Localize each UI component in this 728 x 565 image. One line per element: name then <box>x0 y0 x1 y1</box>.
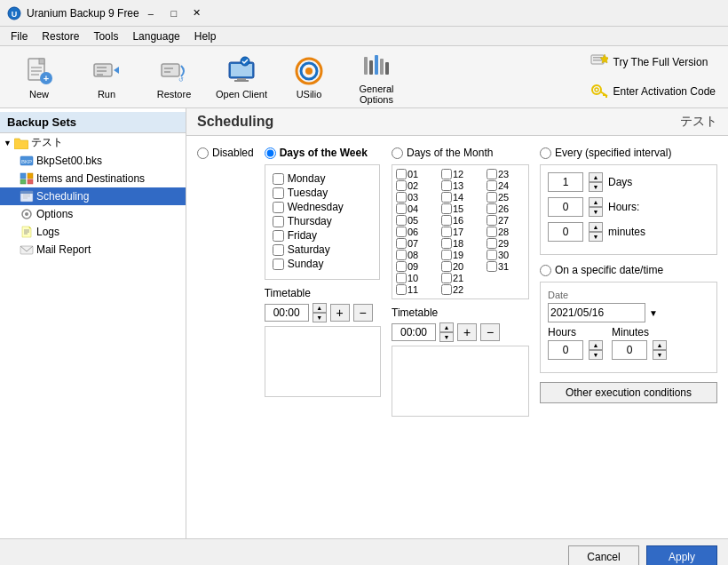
toolbar-usilio[interactable]: USilio <box>277 51 341 104</box>
every-radio[interactable] <box>540 147 551 159</box>
interval-days-down[interactable]: ▼ <box>589 182 603 192</box>
days-of-week-radio[interactable] <box>265 147 276 159</box>
openclient-icon <box>226 55 257 87</box>
other-conditions-button[interactable]: Other execution conditions <box>540 382 717 403</box>
timetable-dow-time-input[interactable] <box>265 304 309 322</box>
svg-rect-17 <box>164 71 170 73</box>
specific-radio[interactable] <box>540 265 551 276</box>
sidebar-item-logs[interactable]: Logs <box>0 223 186 241</box>
interval-hours-input[interactable] <box>548 197 583 217</box>
timetable-dow-remove[interactable]: − <box>353 304 373 322</box>
svg-rect-12 <box>97 70 107 72</box>
days-of-week-radio-label[interactable]: Days of the Week <box>265 147 381 159</box>
sidebar-item-test-root[interactable]: ▼ テスト <box>0 133 186 152</box>
timetable-dow-spin-down[interactable]: ▼ <box>313 313 327 322</box>
minimize-button[interactable]: – <box>139 4 162 22</box>
menu-file[interactable]: File <box>4 28 35 44</box>
toolbar-run[interactable]: Run <box>75 51 138 104</box>
every-radio-label[interactable]: Every (specified interval) <box>540 147 717 159</box>
timetable-dom-time-input[interactable] <box>392 323 436 341</box>
sidebar-item-bkpset[interactable]: BKP BkpSet00.bks <box>0 152 186 170</box>
interval-hours-up[interactable]: ▲ <box>589 197 603 207</box>
specific-minutes-up[interactable]: ▲ <box>653 340 667 350</box>
svg-text:+: + <box>44 73 49 84</box>
checkbox-thursday[interactable] <box>273 216 284 227</box>
day-thursday-label: Thursday <box>288 215 332 227</box>
apply-button[interactable]: Apply <box>646 545 717 566</box>
timetable-dow-spinner: ▲ ▼ <box>313 303 327 322</box>
checkbox-sunday[interactable] <box>273 259 284 270</box>
generaloptions-icon <box>360 50 392 82</box>
collapse-icon: ▼ <box>4 139 12 147</box>
checkbox-tuesday[interactable] <box>273 187 284 199</box>
sidebar-item-options[interactable]: Options <box>0 205 186 223</box>
activation-code-button[interactable]: Enter Activation Code <box>585 79 721 105</box>
cancel-button[interactable]: Cancel <box>568 545 639 566</box>
days-of-month-section: Days of the Month 01 02 03 04 05 06 <box>392 147 529 417</box>
sidebar-item-mailreport[interactable]: Mail Report <box>0 241 186 259</box>
toolbar-openclient[interactable]: Open Client <box>210 51 273 104</box>
timetable-dom-list <box>392 346 529 417</box>
timetable-dow-spin-up[interactable]: ▲ <box>313 303 327 313</box>
checkbox-friday[interactable] <box>273 230 284 242</box>
svg-point-35 <box>592 85 601 94</box>
dom-04: 04 <box>396 203 440 214</box>
menu-help[interactable]: Help <box>187 28 224 44</box>
svg-rect-26 <box>364 57 368 75</box>
days-of-month-label: Days of the Month <box>407 147 493 159</box>
timetable-dom-spin-down[interactable]: ▼ <box>439 332 454 342</box>
interval-minutes-down[interactable]: ▼ <box>589 232 603 242</box>
disabled-radio[interactable] <box>197 147 209 159</box>
specific-radio-label[interactable]: On a specific date/time <box>540 264 717 276</box>
checkbox-monday[interactable] <box>273 173 284 185</box>
sidebar-item-items-destinations[interactable]: Items and Destinations <box>0 170 186 187</box>
timetable-dom-controls: ▲ ▼ + − <box>392 322 529 342</box>
logs-icon <box>20 225 34 239</box>
restore-icon: ↺ <box>158 55 190 87</box>
days-of-month-radio[interactable] <box>392 147 403 159</box>
interval-hours-spinner: ▲ ▼ <box>589 197 603 217</box>
date-dropdown-btn[interactable]: ▼ <box>649 308 658 318</box>
interval-minutes-up[interactable]: ▲ <box>589 222 603 232</box>
maximize-button[interactable]: □ <box>162 4 186 22</box>
toolbar: + New Run ↺ Restore <box>0 46 728 108</box>
svg-point-25 <box>305 68 313 75</box>
date-input[interactable] <box>548 303 645 322</box>
checkbox-saturday[interactable] <box>273 244 284 256</box>
svg-marker-10 <box>114 67 119 74</box>
interval-minutes-input[interactable] <box>548 222 583 242</box>
interval-days-input[interactable] <box>548 172 583 192</box>
minutes-spinner-row: ▲ ▼ <box>612 340 667 360</box>
dom-21: 21 <box>441 273 486 283</box>
menu-restore[interactable]: Restore <box>35 28 86 44</box>
toolbar-generaloptions[interactable]: General Options <box>344 51 408 104</box>
try-fullversion-button[interactable]: Try The Full Version <box>585 50 721 76</box>
svg-rect-16 <box>164 68 173 69</box>
specific-hours-down[interactable]: ▼ <box>589 350 603 360</box>
days-of-month-radio-label[interactable]: Days of the Month <box>392 147 529 159</box>
minutes-label: Minutes <box>612 326 667 338</box>
day-monday: Monday <box>273 172 372 185</box>
specific-hours-input[interactable] <box>548 340 583 360</box>
timetable-dom: Timetable ▲ ▼ + − <box>392 306 529 417</box>
day-monday-label: Monday <box>288 172 326 185</box>
toolbar-new[interactable]: + New <box>7 51 71 104</box>
disabled-radio-label[interactable]: Disabled <box>197 147 254 159</box>
timetable-dom-add[interactable]: + <box>457 323 477 341</box>
interval-days-up[interactable]: ▲ <box>589 172 603 182</box>
sidebar-item-scheduling[interactable]: Scheduling <box>0 187 186 205</box>
sidebar-item-label: Logs <box>36 226 59 238</box>
timetable-dom-remove[interactable]: − <box>480 323 500 341</box>
menu-tools[interactable]: Tools <box>86 28 125 44</box>
timetable-dom-spin-up[interactable]: ▲ <box>439 322 454 332</box>
menu-language[interactable]: Language <box>125 28 186 44</box>
specific-minutes-input[interactable] <box>612 340 647 360</box>
timetable-dow-add[interactable]: + <box>330 304 350 322</box>
interval-hours-down[interactable]: ▼ <box>589 207 603 217</box>
checkbox-wednesday[interactable] <box>273 202 284 213</box>
close-button[interactable]: ✕ <box>186 4 209 22</box>
specific-minutes-down[interactable]: ▼ <box>653 350 667 360</box>
toolbar-restore[interactable]: ↺ Restore <box>142 51 206 104</box>
specific-hours-up[interactable]: ▲ <box>589 340 603 350</box>
svg-rect-27 <box>369 60 373 75</box>
